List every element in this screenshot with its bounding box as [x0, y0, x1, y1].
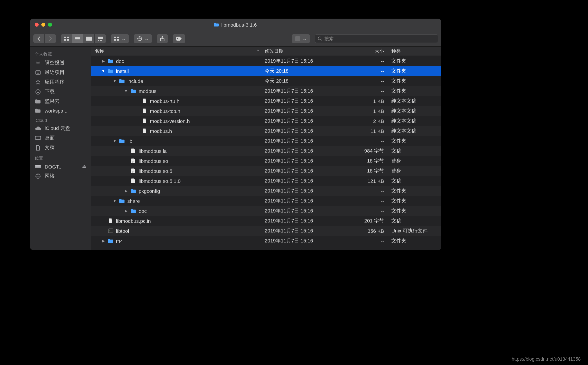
file-size: 18 字节 — [345, 158, 391, 164]
file-kind: 文稿 — [391, 148, 441, 154]
folder-icon — [130, 89, 137, 93]
disclosure-triangle-icon[interactable]: ▶ — [124, 189, 128, 193]
search-field[interactable] — [315, 34, 438, 43]
svg-rect-17 — [117, 39, 119, 41]
gallery-view-button[interactable] — [95, 34, 106, 43]
search-input[interactable] — [324, 36, 435, 41]
file-size: 984 字节 — [345, 148, 391, 154]
folder-icon — [119, 79, 125, 83]
watermark-text: https://blog.csdn.net/u013441358 — [512, 356, 581, 362]
table-row[interactable]: libmodbus.so.5.1.02019年11月7日 15:16121 KB… — [91, 176, 441, 186]
table-row[interactable]: modbus-rtu.h2019年11月7日 15:161 KB纯文本文稿 — [91, 96, 441, 106]
folder-icon — [130, 208, 137, 213]
sidebar-item[interactable]: 文稿 — [30, 143, 91, 153]
icon-view-button[interactable] — [61, 34, 72, 43]
table-row[interactable]: modbus-version.h2019年11月7日 15:162 KB纯文本文… — [91, 116, 441, 126]
file-date: 2019年11月7日 15:16 — [265, 238, 345, 244]
table-row[interactable]: ▼modbus2019年11月7日 15:16--文件夹 — [91, 86, 441, 96]
tags-button[interactable] — [173, 34, 185, 43]
column-view-button[interactable] — [83, 34, 95, 43]
table-row[interactable]: libmodbus.pc.in2019年11月7日 15:16201 字节文稿 — [91, 216, 441, 226]
file-kind: 纯文本文稿 — [391, 118, 441, 124]
dropdown-button[interactable]: ⌄ — [292, 34, 310, 43]
file-size: 1 KB — [345, 98, 391, 104]
svg-line-26 — [141, 37, 141, 37]
file-date: 2019年11月7日 15:16 — [265, 138, 345, 144]
sidebar-item[interactable]: 坚果云 — [30, 97, 91, 106]
disclosure-triangle-icon[interactable]: ▼ — [124, 89, 128, 93]
file-date: 2019年11月7日 15:16 — [265, 228, 345, 234]
close-window-button[interactable] — [35, 23, 39, 27]
table-row[interactable]: ▼lib2019年11月7日 15:16--文件夹 — [91, 136, 441, 146]
file-kind: 文件夹 — [391, 198, 441, 204]
sort-indicator-icon: ⌃ — [256, 49, 260, 54]
zoom-window-button[interactable] — [48, 23, 52, 27]
file-name: lib — [127, 138, 132, 144]
file-kind: 替身 — [391, 158, 441, 164]
table-row[interactable]: libmodbus.so.52019年11月7日 15:1618 字节替身 — [91, 166, 441, 176]
eject-icon[interactable]: ⏏ — [82, 164, 87, 170]
file-icon — [107, 218, 114, 223]
table-row[interactable]: ▼include今天 20:18--文件夹 — [91, 76, 441, 86]
search-icon — [318, 36, 322, 41]
disclosure-triangle-icon[interactable]: ▶ — [124, 209, 128, 213]
svg-rect-32 — [36, 71, 40, 75]
header-date[interactable]: 修改日期 — [265, 48, 345, 54]
table-row[interactable]: ▶pkgconfig2019年11月7日 15:16--文件夹 — [91, 186, 441, 196]
table-row[interactable]: ▼install今天 20:18--文件夹 — [91, 66, 441, 76]
table-row[interactable]: ▶m42019年11月7日 15:16--文件夹 — [91, 236, 441, 246]
folder-icon — [107, 59, 114, 63]
header-size[interactable]: 大小 — [345, 48, 391, 54]
sidebar-item[interactable]: 应用程序 — [30, 77, 91, 87]
disclosure-triangle-icon[interactable]: ▼ — [113, 79, 117, 83]
file-kind: 文件夹 — [391, 208, 441, 214]
svg-rect-11 — [98, 40, 99, 41]
file-kind: 文件夹 — [391, 58, 441, 64]
table-row[interactable]: >_libtool2019年11月7日 15:16356 KBUnix 可执行文… — [91, 226, 441, 236]
svg-rect-6 — [75, 40, 80, 40]
toolbar: ⌄ ⌄ ⌄ — [30, 31, 441, 47]
sidebar-item[interactable]: DOGT...⏏ — [30, 162, 91, 171]
list-view-button[interactable] — [72, 34, 83, 43]
tag-swatch-icon — [295, 36, 300, 41]
table-row[interactable]: modbus.h2019年11月7日 15:1611 KB纯文本文稿 — [91, 126, 441, 136]
svg-line-24 — [141, 40, 141, 40]
header-kind[interactable]: 种类 — [391, 48, 441, 54]
back-button[interactable] — [33, 34, 45, 43]
share-button[interactable] — [157, 34, 168, 43]
arrange-button[interactable]: ⌄ — [111, 34, 129, 43]
file-icon — [141, 128, 148, 134]
sidebar-item[interactable]: 网络 — [30, 171, 91, 181]
sidebar-item[interactable]: iCloud 云盘 — [30, 124, 91, 133]
table-row[interactable]: modbus-tcp.h2019年11月7日 15:161 KB纯文本文稿 — [91, 106, 441, 116]
table-row[interactable]: libmodbus.so2019年11月7日 15:1618 字节替身 — [91, 156, 441, 166]
svg-line-30 — [321, 39, 322, 41]
table-row[interactable]: ▶doc2019年11月7日 15:16--文件夹 — [91, 206, 441, 216]
disclosure-triangle-icon[interactable]: ▶ — [101, 59, 105, 63]
disclosure-triangle-icon[interactable]: ▶ — [101, 239, 105, 243]
file-date: 2019年11月7日 15:16 — [265, 128, 345, 134]
disclosure-triangle-icon[interactable]: ▼ — [113, 199, 117, 203]
table-row[interactable]: ▶doc2019年11月7日 15:16--文件夹 — [91, 56, 441, 66]
disclosure-triangle-icon[interactable]: ▼ — [113, 139, 117, 143]
table-row[interactable]: libmodbus.la2019年11月7日 15:16984 字节文稿 — [91, 146, 441, 156]
sidebar-item[interactable]: 桌面 — [30, 133, 91, 143]
forward-button[interactable] — [45, 34, 56, 43]
sidebar-item[interactable]: 下载 — [30, 87, 91, 97]
disclosure-triangle-icon[interactable]: ▼ — [101, 69, 105, 73]
minimize-window-button[interactable] — [41, 23, 45, 27]
table-row[interactable]: ▼share2019年11月7日 15:16--文件夹 — [91, 196, 441, 206]
svg-rect-40 — [35, 165, 41, 167]
header-name[interactable]: 名称 ⌃ — [91, 48, 265, 54]
file-date: 2019年11月7日 15:16 — [265, 88, 345, 94]
sidebar-item[interactable]: 隔空投送 — [30, 58, 91, 68]
file-size: -- — [345, 58, 391, 64]
file-kind: 纯文本文稿 — [391, 108, 441, 114]
action-menu-button[interactable]: ⌄ — [134, 34, 152, 43]
file-rows: ▶doc2019年11月7日 15:16--文件夹▼install今天 20:1… — [91, 56, 441, 250]
sidebar-item[interactable]: 最近项目 — [30, 68, 91, 77]
file-name: modbus-tcp.h — [150, 108, 180, 114]
sidebar-item[interactable]: workspa... — [30, 106, 91, 115]
file-size: 2 KB — [345, 118, 391, 124]
file-size: 356 KB — [345, 228, 391, 234]
